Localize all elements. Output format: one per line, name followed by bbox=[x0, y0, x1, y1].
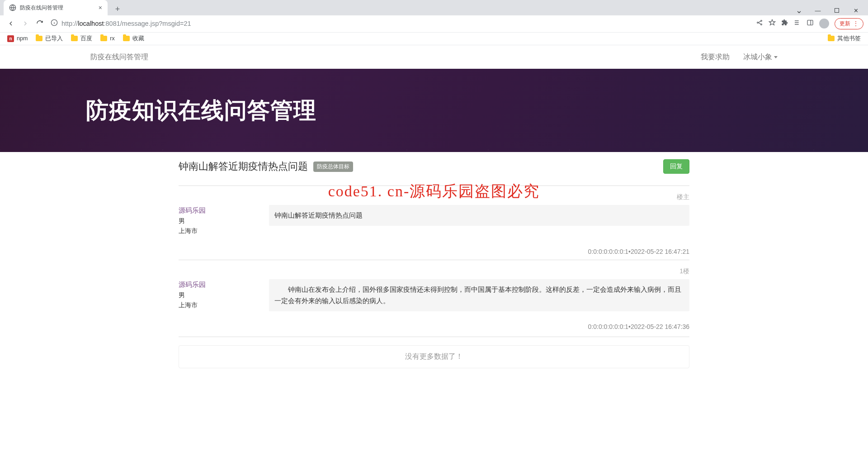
browser-toolbar: http://localhost:8081/message.jsp?msgid=… bbox=[0, 15, 868, 32]
hero-title: 防疫知识在线问答管理 bbox=[86, 95, 316, 126]
author-city: 上海市 bbox=[179, 226, 264, 236]
app-nav: 防疫在线问答管理 我要求助 冰城小象 bbox=[0, 45, 868, 69]
bookmark-rx[interactable]: rx bbox=[100, 35, 114, 42]
reading-list-icon[interactable] bbox=[794, 19, 801, 28]
new-tab-button[interactable]: + bbox=[111, 3, 124, 15]
window-controls: ⌄ — ✕ bbox=[793, 3, 868, 15]
address-bar[interactable]: http://localhost:8081/message.jsp?msgid=… bbox=[51, 19, 751, 28]
folder-icon bbox=[123, 36, 130, 41]
forward-button[interactable] bbox=[19, 17, 32, 30]
svg-rect-5 bbox=[807, 20, 813, 25]
svg-point-3 bbox=[761, 20, 762, 22]
reply-button[interactable]: 回复 bbox=[663, 159, 689, 174]
minimize-icon[interactable]: — bbox=[812, 7, 824, 14]
folder-icon bbox=[100, 36, 107, 41]
post-content: 钟南山解答近期疫情热点问题 bbox=[269, 205, 689, 226]
more-icon: ⋮ bbox=[853, 20, 859, 27]
toolbar-right-icons: 更新 ⋮ bbox=[756, 18, 863, 29]
post-floor-label: 1楼 bbox=[179, 266, 689, 279]
tab-strip: 防疫在线问答管理 × + ⌄ — ✕ bbox=[0, 0, 868, 15]
folder-icon bbox=[828, 36, 835, 41]
post-meta: 0:0:0:0:0:0:0:1•2022-05-22 16:47:21 bbox=[179, 236, 689, 260]
info-icon[interactable] bbox=[51, 19, 58, 28]
bookmark-other[interactable]: 其他书签 bbox=[828, 35, 861, 43]
side-panel-icon[interactable] bbox=[807, 19, 814, 28]
post-author: 源码乐园 男 上海市 bbox=[179, 205, 269, 236]
back-button[interactable] bbox=[5, 17, 17, 30]
bookmark-favorites[interactable]: 收藏 bbox=[123, 35, 144, 43]
thread-tag: 防疫总体目标 bbox=[313, 162, 353, 172]
tab-title: 防疫在线问答管理 bbox=[20, 4, 63, 12]
update-button[interactable]: 更新 ⋮ bbox=[835, 18, 863, 29]
post-meta: 0:0:0:0:0:0:0:1•2022-05-22 16:47:36 bbox=[179, 311, 689, 335]
browser-chrome: 防疫在线问答管理 × + ⌄ — ✕ http://localhost:8081… bbox=[0, 0, 868, 45]
nav-help-link[interactable]: 我要求助 bbox=[701, 52, 730, 62]
close-window-icon[interactable]: ✕ bbox=[850, 7, 862, 14]
thread-header: 钟南山解答近期疫情热点问题 防疫总体目标 回复 bbox=[179, 152, 689, 178]
nav-user-name: 冰城小象 bbox=[743, 52, 772, 62]
svg-point-4 bbox=[761, 24, 762, 25]
caret-down-icon bbox=[774, 56, 778, 58]
post-content: 钟南山在发布会上介绍，国外很多国家疫情还未得到控制，而中国属于基本控制阶段。这样… bbox=[269, 279, 689, 311]
share-icon[interactable] bbox=[756, 19, 763, 28]
extensions-icon[interactable] bbox=[781, 19, 788, 28]
no-more-data: 没有更多数据了！ bbox=[179, 345, 689, 368]
url-text: http://localhost:8081/message.jsp?msgid=… bbox=[61, 20, 191, 27]
post-item: 1楼 源码乐园 男 上海市 钟南山在发布会上介绍，国外很多国家疫情还未得到控制，… bbox=[179, 260, 689, 335]
star-icon[interactable] bbox=[769, 19, 776, 28]
bookmark-imported[interactable]: 已导入 bbox=[36, 35, 63, 43]
author-gender: 男 bbox=[179, 290, 264, 300]
profile-avatar-icon[interactable] bbox=[819, 19, 829, 29]
folder-icon bbox=[36, 36, 42, 41]
chevron-down-icon[interactable]: ⌄ bbox=[793, 5, 805, 15]
close-icon[interactable]: × bbox=[99, 4, 102, 11]
app-brand[interactable]: 防疫在线问答管理 bbox=[90, 52, 148, 62]
maximize-icon[interactable] bbox=[831, 7, 843, 14]
author-city: 上海市 bbox=[179, 300, 264, 310]
bookmark-npm[interactable]: nnpm bbox=[7, 35, 28, 42]
author-gender: 男 bbox=[179, 216, 264, 226]
hero-banner: 防疫知识在线问答管理 bbox=[0, 69, 868, 152]
author-name[interactable]: 源码乐园 bbox=[179, 279, 264, 290]
reload-button[interactable] bbox=[33, 17, 46, 30]
post-author: 源码乐园 男 上海市 bbox=[179, 279, 269, 311]
nav-user-menu[interactable]: 冰城小象 bbox=[743, 52, 778, 62]
folder-icon bbox=[71, 36, 78, 41]
npm-icon: n bbox=[7, 35, 14, 42]
svg-point-2 bbox=[757, 22, 759, 24]
author-name[interactable]: 源码乐园 bbox=[179, 205, 264, 216]
bookmark-bar: nnpm 已导入 百度 rx 收藏 其他书签 bbox=[0, 33, 868, 45]
thread-title: 钟南山解答近期疫情热点问题 bbox=[179, 160, 308, 173]
watermark-text: code51. cn-源码乐园盗图必究 bbox=[179, 181, 689, 202]
divider bbox=[179, 337, 689, 337]
bookmark-baidu[interactable]: 百度 bbox=[71, 35, 92, 43]
globe-icon bbox=[9, 4, 16, 11]
browser-tab[interactable]: 防疫在线问答管理 × bbox=[4, 0, 108, 15]
page-content: 防疫在线问答管理 我要求助 冰城小象 防疫知识在线问答管理 钟南山解答近期疫情热… bbox=[0, 45, 868, 368]
